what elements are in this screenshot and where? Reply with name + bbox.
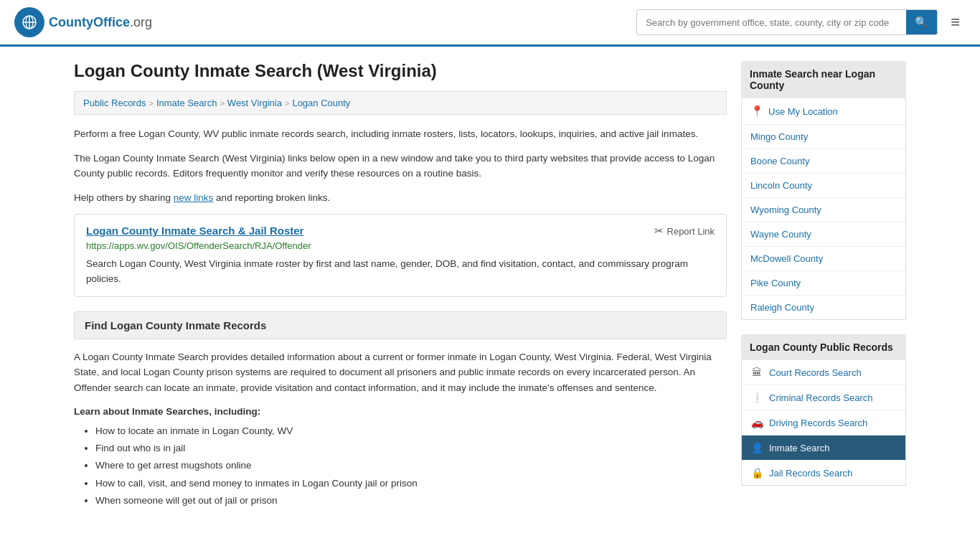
find-records-header: Find Logan County Inmate Records xyxy=(74,311,727,339)
mingo-county-label: Mingo County xyxy=(750,131,808,142)
sidebar: Inmate Search near Logan County 📍 Use My… xyxy=(741,61,906,509)
criminal-records-icon: ❕ xyxy=(750,392,763,403)
breadcrumb-sep-1: > xyxy=(149,99,153,108)
description-2: The Logan County Inmate Search (West Vir… xyxy=(74,151,727,182)
link-url[interactable]: https://apps.wv.gov/OIS/OffenderSearch/R… xyxy=(86,240,715,251)
boone-county-label: Boone County xyxy=(750,156,809,166)
sidebar-link-pike[interactable]: Pike County xyxy=(742,271,905,296)
pike-county-label: Pike County xyxy=(750,278,801,288)
list-item: How to locate an inmate in Logan County,… xyxy=(95,423,727,440)
find-records-body: A Logan County Inmate Search provides de… xyxy=(74,349,727,396)
driving-records-label: Driving Records Search xyxy=(769,418,867,428)
logo-text: CountyOffice.org xyxy=(49,15,152,30)
public-records-section: Logan County Public Records 🏛 Court Reco… xyxy=(741,334,906,486)
list-item: How to call, visit, and send money to in… xyxy=(95,475,727,492)
driving-records-icon: 🚗 xyxy=(750,417,763,428)
list-item: Where to get arrest mugshots online xyxy=(95,457,727,474)
breadcrumb-logan-county[interactable]: Logan County xyxy=(292,98,350,108)
report-link-label: Report Link xyxy=(667,226,715,237)
court-records-icon: 🏛 xyxy=(750,367,763,378)
pub-link-court-records[interactable]: 🏛 Court Records Search xyxy=(742,360,905,385)
sidebar-link-wyoming[interactable]: Wyoming County xyxy=(742,198,905,222)
report-icon: ✂ xyxy=(654,225,664,237)
sidebar-link-raleigh[interactable]: Raleigh County xyxy=(742,296,905,319)
inmate-search-label: Inmate Search xyxy=(769,443,830,453)
learn-title: Learn about Inmate Searches, including: xyxy=(74,406,727,417)
nearby-links: 📍 Use My Location Mingo County Boone Cou… xyxy=(741,98,906,320)
logo-area: CountyOffice.org xyxy=(14,7,152,37)
sidebar-link-mcdowell[interactable]: McDowell County xyxy=(742,247,905,271)
main-container: Logan County Inmate Search (West Virgini… xyxy=(60,47,920,524)
nearby-title: Inmate Search near Logan County xyxy=(741,61,906,98)
use-location-link[interactable]: 📍 Use My Location xyxy=(742,98,905,125)
wayne-county-label: Wayne County xyxy=(750,229,811,240)
jail-records-icon: 🔒 xyxy=(750,467,763,479)
search-button[interactable]: 🔍 xyxy=(906,10,937,34)
public-records-links: 🏛 Court Records Search ❕ Criminal Record… xyxy=(741,360,906,486)
inmate-search-icon: 👤 xyxy=(750,442,763,453)
find-records-section: Find Logan County Inmate Records A Logan… xyxy=(74,311,727,509)
search-input[interactable] xyxy=(637,11,906,34)
criminal-records-label: Criminal Records Search xyxy=(769,392,873,403)
header: CountyOffice.org 🔍 ≡ xyxy=(0,0,980,47)
bullet-list: How to locate an inmate in Logan County,… xyxy=(74,423,727,509)
breadcrumb-sep-2: > xyxy=(220,99,224,108)
wyoming-county-label: Wyoming County xyxy=(750,204,821,215)
breadcrumb-public-records[interactable]: Public Records xyxy=(83,98,146,108)
pub-link-criminal-records[interactable]: ❕ Criminal Records Search xyxy=(742,385,905,410)
sidebar-link-mingo[interactable]: Mingo County xyxy=(742,125,905,149)
pub-link-inmate-search[interactable]: 👤 Inmate Search xyxy=(742,435,905,461)
menu-button[interactable]: ≡ xyxy=(945,10,966,34)
breadcrumb-inmate-search[interactable]: Inmate Search xyxy=(156,98,217,108)
public-records-title: Logan County Public Records xyxy=(741,334,906,360)
search-bar: 🔍 xyxy=(636,9,938,35)
breadcrumb-sep-3: > xyxy=(285,99,289,108)
page-title: Logan County Inmate Search (West Virgini… xyxy=(74,61,727,81)
link-description: Search Logan County, West Virginia inmat… xyxy=(86,257,715,286)
description-3: Help others by sharing new links and rep… xyxy=(74,190,727,206)
sidebar-link-wayne[interactable]: Wayne County xyxy=(742,222,905,247)
description-1: Perform a free Logan County, WV public i… xyxy=(74,126,727,142)
pub-link-jail-records[interactable]: 🔒 Jail Records Search xyxy=(742,461,905,485)
jail-records-label: Jail Records Search xyxy=(769,468,852,479)
list-item: When someone will get out of jail or pri… xyxy=(95,492,727,509)
logo-icon xyxy=(14,7,44,37)
content-area: Logan County Inmate Search (West Virgini… xyxy=(74,61,727,509)
nearby-section: Inmate Search near Logan County 📍 Use My… xyxy=(741,61,906,320)
link-card-header: Logan County Inmate Search & Jail Roster… xyxy=(86,225,715,237)
list-item: Find out who is in jail xyxy=(95,440,727,457)
mcdowell-county-label: McDowell County xyxy=(750,253,823,264)
location-icon: 📍 xyxy=(750,105,764,118)
raleigh-county-label: Raleigh County xyxy=(750,302,814,313)
new-links-link[interactable]: new links xyxy=(174,192,214,203)
link-card: Logan County Inmate Search & Jail Roster… xyxy=(74,214,727,297)
breadcrumb: Public Records > Inmate Search > West Vi… xyxy=(74,91,727,115)
court-records-label: Court Records Search xyxy=(769,367,862,378)
pub-link-driving-records[interactable]: 🚗 Driving Records Search xyxy=(742,410,905,435)
header-right: 🔍 ≡ xyxy=(636,9,966,35)
sidebar-link-lincoln[interactable]: Lincoln County xyxy=(742,174,905,198)
sidebar-link-boone[interactable]: Boone County xyxy=(742,149,905,174)
report-link-button[interactable]: ✂ Report Link xyxy=(654,225,715,237)
lincoln-county-label: Lincoln County xyxy=(750,180,812,191)
use-location-label: Use My Location xyxy=(768,106,838,117)
breadcrumb-west-virginia[interactable]: West Virginia xyxy=(227,98,282,108)
link-card-title[interactable]: Logan County Inmate Search & Jail Roster xyxy=(86,225,303,237)
